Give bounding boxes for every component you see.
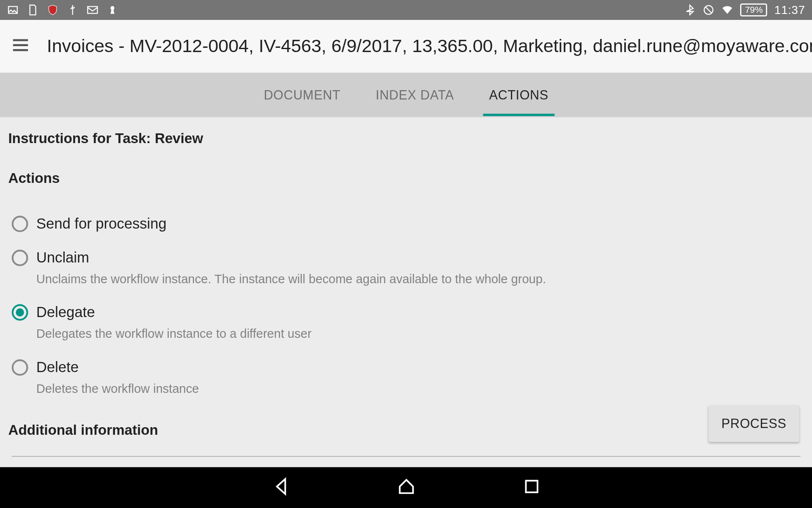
no-sim-icon [703,4,715,16]
android-nav-bar [0,467,812,508]
sdcard-icon [27,4,39,16]
nav-recent-icon[interactable] [521,477,541,499]
radio-icon [12,304,28,321]
radio-unclaim[interactable]: Unclaim Unclaims the workflow instance. … [12,238,804,293]
app-bar: Invoices - MV-2012-0004, IV-4563, 6/9/20… [0,20,812,73]
actions-heading: Actions [8,170,804,187]
svg-rect-3 [526,480,537,492]
additional-info-heading: Additional information [8,422,804,439]
android-status-bar: 79% 11:37 [0,0,812,20]
radio-label: Send for processing [36,215,167,232]
process-button[interactable]: PROCESS [708,406,799,442]
radio-label: Unclaim [36,248,546,266]
usb-icon [67,4,79,16]
text-field-underline[interactable] [12,456,801,456]
bluetooth-icon [684,4,696,16]
radio-description: Delegates the workflow instance to a dif… [36,326,312,342]
keyhole-icon [107,4,118,16]
svg-rect-0 [88,6,97,13]
radio-label: Delegate [36,303,312,321]
battery-indicator: 79% [741,3,768,16]
gallery-icon [7,4,19,16]
radio-icon [12,216,28,232]
actions-radio-group: Send for processing Unclaim Unclaims the… [8,204,804,402]
clock: 11:37 [774,3,805,17]
svg-point-1 [110,6,114,10]
radio-send-for-processing[interactable]: Send for processing [12,204,804,238]
radio-description: Deletes the workflow instance [36,380,199,396]
hamburger-menu-icon[interactable] [11,35,30,58]
radio-icon [12,359,28,375]
nav-home-icon[interactable] [396,477,416,499]
page-title: Invoices - MV-2012-0004, IV-4563, 6/9/20… [47,36,812,57]
mail-icon [87,4,99,16]
tab-index-data[interactable]: INDEX DATA [370,74,460,116]
radio-delegate[interactable]: Delegate Delegates the workflow instance… [12,293,804,347]
shield-icon [47,4,59,16]
instructions-heading: Instructions for Task: Review [8,130,804,146]
tab-document[interactable]: DOCUMENT [258,74,346,116]
nav-back-icon[interactable] [271,477,291,499]
radio-label: Delete [36,358,199,375]
radio-icon [12,250,28,266]
radio-delete[interactable]: Delete Deletes the workflow instance [12,348,804,402]
tab-actions[interactable]: ACTIONS [483,74,554,116]
wifi-icon [721,4,733,16]
radio-description: Unclaims the workflow instance. The inst… [36,271,546,287]
tab-bar: DOCUMENT INDEX DATA ACTIONS [0,73,812,117]
content-area: Instructions for Task: Review Actions Se… [0,117,812,457]
